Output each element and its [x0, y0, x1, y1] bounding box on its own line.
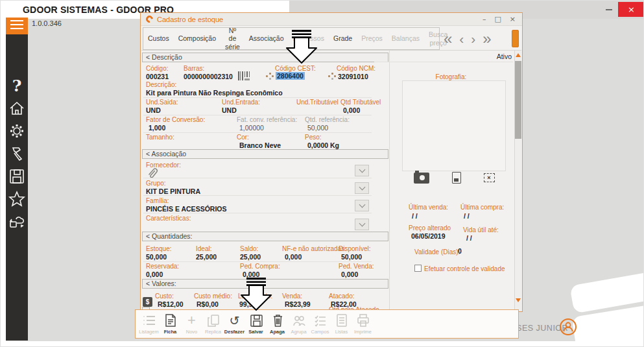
cor-value[interactable]: Branco Neve: [239, 141, 281, 149]
tab-bar: Custos Composição Nº de série Associação…: [143, 27, 440, 50]
grupo-value[interactable]: KIT DE PINTURA: [146, 187, 200, 195]
scrollbar-thumb[interactable]: [515, 61, 521, 139]
nfe-value[interactable]: 0,000: [285, 253, 302, 261]
und-saida-value[interactable]: UND: [146, 106, 161, 114]
save-floppy-icon: [248, 312, 265, 329]
fat-conv-referencia-label: Fat. conv. referência:: [237, 116, 297, 123]
qtd-tributavel-value[interactable]: 0,000: [343, 106, 360, 114]
scroll-down-icon[interactable]: [516, 298, 521, 302]
people-icon: [291, 312, 307, 329]
nav-first-button[interactable]: «: [444, 30, 452, 48]
tab-grade[interactable]: Grade: [329, 34, 357, 42]
preco-alterado-label: Preço alterado: [409, 224, 451, 232]
estoque-value[interactable]: 50,000: [146, 253, 167, 261]
photo-placeholder[interactable]: [402, 80, 506, 171]
cloud-sync-icon[interactable]: [7, 212, 27, 232]
lucro-bruto-value[interactable]: 99,92: [239, 300, 256, 308]
barcode-icon[interactable]: [238, 71, 251, 80]
nav-prev-button[interactable]: ‹: [459, 31, 464, 47]
replica-button: Replica: [203, 312, 223, 335]
imprime-button: Imprime: [353, 312, 373, 335]
ncm-lookup-icon[interactable]: [328, 73, 336, 80]
plus-icon: +: [184, 312, 200, 329]
familia-dropdown-button[interactable]: [355, 200, 369, 211]
section-header-associacao[interactable]: < Associação: [142, 149, 388, 159]
doc-list-icon: [333, 312, 350, 329]
dialog-titlebar[interactable]: Cadastro de estoque – □ ×: [141, 13, 522, 26]
barras-label: Barras:: [184, 65, 204, 72]
camera-icon[interactable]: [414, 173, 429, 184]
custo-value[interactable]: R$12,00: [158, 300, 184, 308]
apaga-button[interactable]: Apaga: [267, 312, 287, 335]
fat-conv-referencia-value[interactable]: 1,00000: [239, 124, 264, 132]
venda-value[interactable]: R$23,99: [285, 300, 311, 308]
gear-icon[interactable]: [7, 121, 27, 141]
grupo-dropdown-button[interactable]: [355, 182, 369, 194]
tab-custos[interactable]: Custos: [143, 34, 174, 42]
disponivel-label: Disponível:: [339, 245, 370, 252]
currency-icon[interactable]: $: [143, 297, 152, 307]
disponivel-value[interactable]: 50,000: [341, 253, 362, 261]
cadastro-estoque-dialog: Cadastro de estoque – □ × Custos Composi…: [140, 12, 523, 312]
ped-compra-label: Ped. Compra:: [240, 263, 280, 270]
ficha-button[interactable]: Ficha: [160, 312, 180, 335]
codigo-label: Código:: [146, 65, 168, 72]
listas-button: Listas: [331, 312, 352, 335]
qtd-tributavel-label: Qtd Tributável: [340, 99, 381, 106]
tab-composicao[interactable]: Composição: [174, 34, 221, 42]
section-header-quantidades[interactable]: < Quantidades:: [142, 232, 388, 241]
ideal-value[interactable]: 25,000: [196, 253, 217, 261]
dialog-close-button[interactable]: ×: [510, 15, 516, 23]
descricao-value[interactable]: Kit para Pintura Não Respinga Econômico: [146, 89, 283, 97]
dialog-maximize-button[interactable]: □: [494, 15, 501, 23]
caracteristicas-label: Características:: [146, 215, 191, 222]
reservada-value[interactable]: 0,000: [146, 270, 163, 278]
und-tributavel-label: Und.Tributável: [296, 99, 339, 106]
star-icon[interactable]: [7, 189, 27, 209]
custo-label: Custo:: [155, 293, 174, 300]
scroll-up-icon[interactable]: [516, 53, 521, 57]
cest-value[interactable]: 2806400: [276, 72, 305, 80]
descricao-label: Descrição:: [146, 81, 176, 88]
novo-button: + Novo: [182, 312, 202, 335]
remove-image-icon[interactable]: ×: [484, 173, 495, 182]
image-file-icon[interactable]: [452, 172, 461, 184]
fator-conversao-value[interactable]: 1,000: [149, 124, 165, 132]
salvar-button[interactable]: Salvar: [246, 312, 266, 335]
barras-value[interactable]: 0000000002310: [184, 73, 233, 80]
nav-last-button[interactable]: »: [483, 30, 491, 48]
ped-compra-value[interactable]: 0,000: [243, 270, 259, 278]
controle-validade-checkbox[interactable]: [414, 265, 422, 272]
codigo-value[interactable]: 000231: [146, 73, 169, 80]
ncm-value[interactable]: 32091010: [338, 73, 368, 80]
section-header-valores[interactable]: < Valores:: [142, 279, 388, 289]
fornecedor-dropdown-button[interactable]: [355, 165, 369, 176]
floppy-icon[interactable]: [7, 167, 27, 186]
trash-icon: [269, 312, 286, 329]
tab-numero-serie[interactable]: Nº de série: [221, 27, 244, 50]
help-icon[interactable]: ?: [7, 76, 27, 95]
qtd-referencia-value[interactable]: 50,000: [307, 124, 328, 132]
hammer-icon[interactable]: [7, 144, 27, 163]
section-header-descricao[interactable]: < Descrição: [142, 53, 388, 62]
dialog-minimize-button[interactable]: –: [483, 15, 486, 23]
desfazer-button[interactable]: ↺ Desfazer: [224, 312, 244, 335]
tab-precos: Preços: [357, 34, 387, 42]
peso-value[interactable]: 0,0000 Kg: [307, 141, 339, 149]
ped-venda-value[interactable]: 0,000: [341, 270, 358, 278]
menu-icon[interactable]: [6, 18, 28, 34]
home-icon[interactable]: [7, 99, 27, 118]
tab-associacao[interactable]: Associação: [244, 34, 289, 42]
app-minimize-button[interactable]: [606, 9, 612, 10]
validade-value[interactable]: 0: [458, 247, 462, 255]
cest-lookup-icon[interactable]: [266, 73, 274, 80]
user-icon[interactable]: [560, 318, 577, 335]
custo-medio-value[interactable]: R$0,00: [197, 300, 219, 308]
und-entrada-value[interactable]: UND: [222, 106, 237, 114]
nav-next-button[interactable]: ›: [471, 31, 475, 47]
caracteristicas-dropdown-button[interactable]: [355, 219, 369, 230]
familia-value[interactable]: PINCÉIS E ACESSÓRIOS: [146, 205, 226, 213]
cor-label: Cor:: [237, 134, 249, 141]
app-close-button[interactable]: ×: [618, 2, 644, 17]
saldo-value[interactable]: 25,000: [240, 253, 261, 261]
